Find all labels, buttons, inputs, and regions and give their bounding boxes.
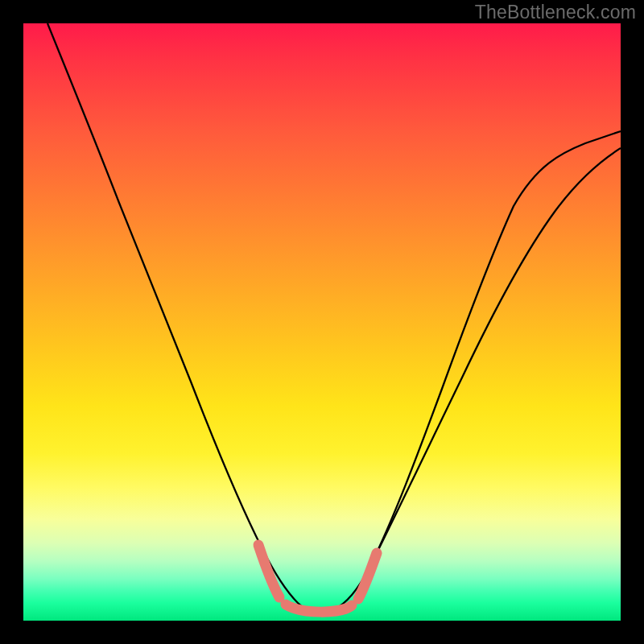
plot-area [23,23,621,621]
bottleneck-curve-actual-right [369,148,621,568]
watermark-text: TheBottleneck.com [475,2,636,23]
optimal-range-marker [258,545,377,612]
chart-frame: TheBottleneck.com [0,0,644,644]
curve-layer [23,23,621,621]
bottleneck-curve [47,23,621,613]
